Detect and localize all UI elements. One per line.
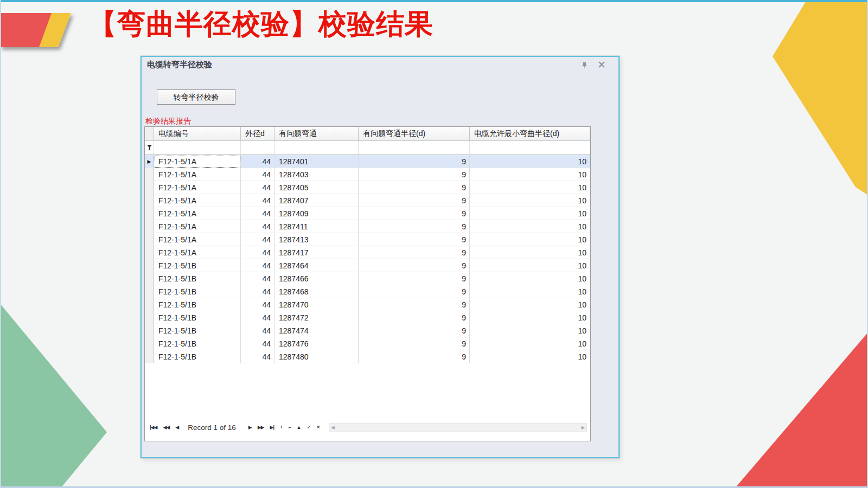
table-cell[interactable]: 9 (359, 324, 470, 337)
grid-horizontal-scrollbar[interactable]: ◀▶ (329, 423, 587, 432)
nav-first-record-button[interactable]: |◀◀ (148, 423, 159, 431)
table-cell[interactable]: 44 (241, 324, 275, 337)
filter-cell-bend[interactable] (275, 141, 359, 155)
table-cell[interactable]: F12-1-5/1A (154, 207, 241, 220)
table-cell[interactable]: F12-1-5/1B (154, 324, 241, 337)
filter-cell-radius[interactable] (359, 141, 470, 155)
column-header-radius[interactable]: 有问题弯通半径(d) (359, 127, 470, 141)
table-cell[interactable]: 9 (359, 194, 470, 207)
scrollbar-right-arrow-icon[interactable]: ▶ (582, 425, 585, 430)
filter-cell-cable[interactable] (154, 141, 241, 155)
table-cell[interactable]: 9 (359, 246, 470, 259)
table-cell[interactable]: 10 (470, 350, 590, 363)
table-row[interactable]: F12-1-5/1A441287405910 (145, 181, 590, 194)
table-cell[interactable]: 44 (241, 350, 275, 363)
table-cell[interactable]: 10 (470, 194, 590, 207)
table-cell[interactable]: 1287401 (275, 155, 359, 168)
table-row[interactable]: F12-1-5/1A441287417910 (145, 246, 590, 259)
column-header-bend[interactable]: 有问题弯通 (275, 127, 359, 141)
nav-delete-record-button[interactable]: − (286, 423, 292, 431)
filter-cell-min_radius[interactable] (470, 141, 590, 155)
table-cell[interactable]: 10 (470, 246, 590, 259)
table-row[interactable]: F12-1-5/1B441287470910 (145, 298, 590, 311)
table-cell[interactable]: 9 (359, 272, 470, 285)
table-cell[interactable]: 1287470 (275, 298, 359, 311)
nav-next-page-button[interactable]: ▶▶ (256, 423, 266, 431)
table-row[interactable]: F12-1-5/1A441287403910 (145, 168, 590, 181)
nav-last-record-button[interactable]: ▶| (267, 423, 276, 431)
table-row[interactable]: F12-1-5/1B441287464910 (145, 259, 590, 272)
table-cell[interactable]: F12-1-5/1B (154, 285, 241, 298)
table-cell[interactable]: 1287480 (275, 350, 359, 363)
table-cell[interactable]: 1287409 (275, 207, 359, 220)
table-cell[interactable]: 44 (241, 220, 275, 233)
table-cell[interactable]: 44 (241, 311, 275, 324)
table-cell[interactable]: F12-1-5/1A (154, 194, 241, 207)
pin-icon[interactable] (580, 61, 588, 68)
column-header-min_radius[interactable]: 电缆允许最小弯曲半径(d) (470, 127, 590, 141)
table-cell[interactable]: 10 (470, 168, 590, 181)
table-cell[interactable]: F12-1-5/1A (154, 168, 241, 181)
table-row[interactable]: F12-1-5/1A441287407910 (145, 194, 590, 207)
table-cell[interactable]: 1287413 (275, 233, 359, 246)
table-cell[interactable]: 9 (359, 168, 470, 181)
table-row[interactable]: F12-1-5/1B441287466910 (145, 272, 590, 285)
table-cell[interactable]: 10 (470, 272, 590, 285)
table-cell[interactable]: 9 (359, 259, 470, 272)
table-row[interactable]: ▶F12-1-5/1A441287401910 (145, 155, 590, 168)
table-cell[interactable]: F12-1-5/1A (154, 220, 241, 233)
table-cell[interactable]: F12-1-5/1B (154, 337, 241, 350)
table-cell[interactable]: 44 (241, 207, 275, 220)
dialog-titlebar[interactable]: 电缆转弯半径校验 (142, 57, 618, 72)
table-cell[interactable]: 10 (470, 259, 590, 272)
table-cell[interactable]: 44 (241, 181, 275, 194)
table-cell[interactable]: 10 (470, 298, 590, 311)
nav-prev-page-button[interactable]: ◀◀ (161, 423, 171, 431)
table-cell[interactable]: 10 (470, 285, 590, 298)
table-cell[interactable]: 1287403 (275, 168, 359, 181)
scrollbar-left-arrow-icon[interactable]: ◀ (331, 425, 334, 430)
table-cell[interactable]: 10 (470, 220, 590, 233)
table-cell[interactable]: 1287411 (275, 220, 359, 233)
table-cell[interactable]: 9 (359, 311, 470, 324)
table-cell[interactable]: 10 (470, 337, 590, 350)
column-header-od[interactable]: 外径d (241, 127, 275, 141)
table-cell[interactable]: 9 (359, 285, 470, 298)
table-cell[interactable]: 1287466 (275, 272, 359, 285)
table-cell[interactable]: 44 (241, 194, 275, 207)
table-cell[interactable]: 1287476 (275, 337, 359, 350)
table-cell[interactable]: 1287464 (275, 259, 359, 272)
table-cell[interactable]: F12-1-5/1B (154, 311, 241, 324)
table-cell[interactable]: 1287474 (275, 324, 359, 337)
bend-radius-check-button[interactable]: 转弯半径校验 (157, 89, 235, 105)
table-cell[interactable]: 10 (470, 181, 590, 194)
table-cell[interactable]: F12-1-5/1A (154, 246, 241, 259)
table-cell[interactable]: 1287472 (275, 311, 359, 324)
table-cell[interactable]: 44 (241, 233, 275, 246)
nav-prev-record-button[interactable]: ◀ (173, 423, 181, 431)
table-cell[interactable]: 44 (241, 155, 275, 168)
table-cell[interactable]: 44 (241, 285, 275, 298)
table-cell[interactable]: 44 (241, 337, 275, 350)
table-cell[interactable]: 9 (359, 220, 470, 233)
table-row[interactable]: F12-1-5/1A441287409910 (145, 207, 590, 220)
table-cell[interactable]: 9 (359, 181, 470, 194)
nav-cancel-edit-button[interactable]: ✕ (314, 423, 322, 431)
table-cell[interactable]: 44 (241, 168, 275, 181)
table-row[interactable]: F12-1-5/1B441287480910 (145, 350, 590, 363)
table-cell[interactable]: 44 (241, 298, 275, 311)
table-row[interactable]: F12-1-5/1B441287468910 (145, 285, 590, 298)
table-cell[interactable]: 44 (241, 259, 275, 272)
table-cell[interactable]: 9 (359, 298, 470, 311)
close-icon[interactable] (598, 61, 605, 68)
table-cell[interactable]: 1287407 (275, 194, 359, 207)
table-cell[interactable]: F12-1-5/1A (154, 181, 241, 194)
table-cell[interactable]: F12-1-5/1A (154, 155, 241, 168)
nav-post-edit-button[interactable]: ✓ (304, 423, 312, 431)
table-cell[interactable]: 10 (470, 207, 590, 220)
filter-cell-od[interactable] (241, 141, 275, 155)
table-cell[interactable]: 1287405 (275, 181, 359, 194)
table-row[interactable]: F12-1-5/1B441287474910 (145, 324, 590, 337)
table-cell[interactable]: F12-1-5/1B (154, 298, 241, 311)
table-cell[interactable]: F12-1-5/1B (154, 350, 241, 363)
